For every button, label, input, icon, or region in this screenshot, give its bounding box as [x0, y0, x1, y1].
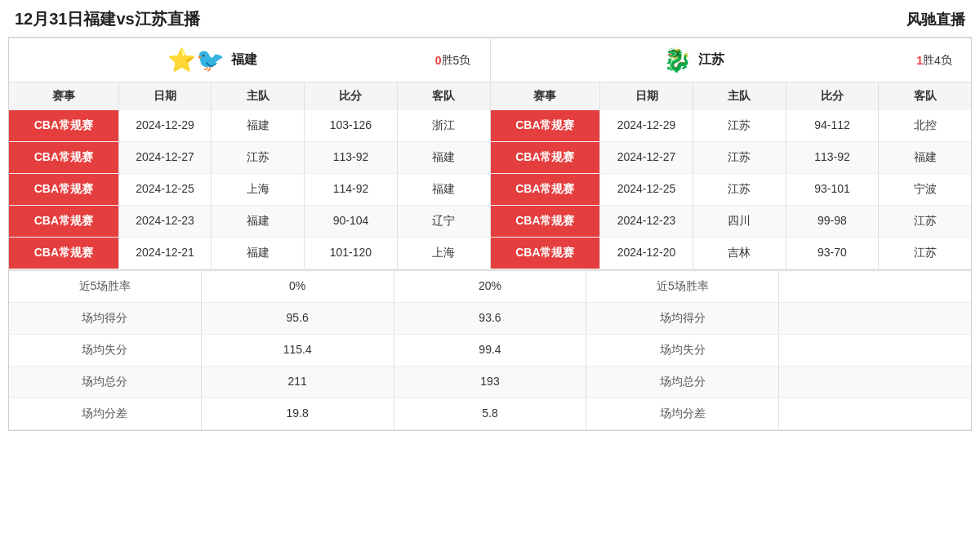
fujian-row-2: CBA常规赛 2024-12-25 上海 114-92 福建	[9, 174, 491, 205]
fujian-date-1: 2024-12-27	[119, 142, 212, 173]
fujian-date-2: 2024-12-25	[119, 174, 212, 205]
fujian-avg-diff-label: 场均分差	[9, 398, 202, 429]
fujian-avg-loss-label: 场均失分	[9, 335, 202, 366]
jiangsu-event-0: CBA常规赛	[491, 110, 601, 141]
fujian-home-3: 福建	[212, 206, 305, 237]
jiangsu-name: 江苏	[698, 51, 724, 69]
jiangsu-header: 🐉 江苏 1胜4负	[491, 38, 972, 82]
avg-total-row: 场均总分 211 193 场均总分	[9, 367, 971, 398]
fujian-event-4: CBA常规赛	[9, 238, 119, 269]
table-row: CBA常规赛 2024-12-21 福建 101-120 上海 CBA常规赛 2…	[9, 238, 971, 269]
jiangsu-score-3: 99-98	[786, 206, 880, 237]
jiangsu-row-0: CBA常规赛 2024-12-29 江苏 94-112 北控	[491, 110, 972, 141]
table-row: CBA常规赛 2024-12-23 福建 90-104 辽宁 CBA常规赛 20…	[9, 206, 971, 238]
fujian-away-2: 福建	[398, 174, 490, 205]
jiangsu-row-2: CBA常规赛 2024-12-25 江苏 93-101 宁波	[491, 174, 972, 205]
fujian-avg-score-label: 场均得分	[9, 303, 202, 334]
fujian-avg-total-label: 场均总分	[9, 367, 202, 398]
fujian-score-header: 比分	[305, 82, 398, 110]
fujian-event-header: 赛事	[9, 82, 119, 110]
jiangsu-losses-label: 负	[941, 53, 952, 68]
jiangsu-avg-total-value: 193	[394, 367, 587, 398]
jiangsu-event-4: CBA常规赛	[491, 238, 601, 269]
page-wrapper: 12月31日福建vs江苏直播 风驰直播 ⭐🐦 福建 0胜5负 🐉 江苏	[0, 0, 980, 551]
fujian-event-0: CBA常规赛	[9, 110, 119, 141]
jiangsu-wins: 1	[916, 54, 923, 67]
jiangsu-away-3: 江苏	[879, 206, 971, 237]
jiangsu-score-1: 113-92	[786, 142, 880, 173]
jiangsu-win-rate-label: 近5场胜率	[586, 271, 779, 302]
jiangsu-win-rate-empty	[779, 271, 971, 302]
fujian-away-0: 浙江	[398, 110, 490, 141]
fujian-home-4: 福建	[212, 238, 305, 269]
fujian-win-rate-value: 0%	[202, 271, 394, 302]
avg-diff-row: 场均分差 19.8 5.8 场均分差	[9, 398, 971, 430]
jiangsu-avg-score-value: 93.6	[394, 303, 587, 334]
fujian-avg-total-value: 211	[202, 367, 394, 398]
win-rate-row: 近5场胜率 0% 20% 近5场胜率	[9, 271, 971, 303]
jiangsu-event-2: CBA常规赛	[491, 174, 601, 205]
fujian-home-1: 江苏	[212, 142, 305, 173]
jiangsu-home-3: 四川	[693, 206, 786, 237]
fujian-date-header: 日期	[119, 82, 212, 110]
jiangsu-score-header: 比分	[786, 82, 880, 110]
jiangsu-date-4: 2024-12-20	[600, 238, 693, 269]
jiangsu-date-3: 2024-12-23	[600, 206, 693, 237]
jiangsu-avg-diff-value: 5.8	[394, 398, 587, 429]
jiangsu-team-info: 🐉 江苏	[491, 38, 898, 82]
jiangsu-losses: 4	[934, 54, 941, 67]
jiangsu-away-0: 北控	[879, 110, 971, 141]
avg-score-row: 场均得分 95.6 93.6 场均得分	[9, 303, 971, 335]
fujian-score-2: 114-92	[305, 174, 398, 205]
jiangsu-avg-diff-label: 场均分差	[586, 398, 779, 429]
fujian-date-0: 2024-12-29	[119, 110, 212, 141]
page-title: 12月31日福建vs江苏直播	[15, 8, 200, 30]
table-row: CBA常规赛 2024-12-25 上海 114-92 福建 CBA常规赛 20…	[9, 174, 971, 206]
jiangsu-home-0: 江苏	[693, 110, 786, 141]
jiangsu-avg-score-label: 场均得分	[586, 303, 779, 334]
jiangsu-away-4: 江苏	[879, 238, 971, 269]
jiangsu-away-header: 客队	[879, 82, 971, 110]
fujian-score-0: 103-126	[305, 110, 398, 141]
jiangsu-avg-diff-empty	[779, 398, 971, 429]
fujian-name: 福建	[231, 51, 257, 69]
jiangsu-date-0: 2024-12-29	[600, 110, 693, 141]
jiangsu-wins-label: 胜	[923, 53, 934, 68]
jiangsu-event-1: CBA常规赛	[491, 142, 601, 173]
fujian-win-rate-label: 近5场胜率	[9, 271, 202, 302]
jiangsu-avg-score-empty	[779, 303, 971, 334]
jiangsu-win-rate-value: 20%	[394, 271, 587, 302]
col-headers: 赛事 日期 主队 比分 客队 赛事 日期 主队 比分 客队	[9, 82, 971, 110]
fujian-row-0: CBA常规赛 2024-12-29 福建 103-126 浙江	[9, 110, 491, 141]
fujian-away-header: 客队	[398, 82, 490, 110]
data-rows: CBA常规赛 2024-12-29 福建 103-126 浙江 CBA常规赛 2…	[9, 110, 971, 269]
team-header-row: ⭐🐦 福建 0胜5负 🐉 江苏 1胜4负	[9, 38, 971, 82]
jiangsu-away-2: 宁波	[879, 174, 971, 205]
table-row: CBA常规赛 2024-12-27 江苏 113-92 福建 CBA常规赛 20…	[9, 142, 971, 174]
fujian-avg-score-value: 95.6	[202, 303, 394, 334]
fujian-score-1: 113-92	[305, 142, 398, 173]
jiangsu-date-1: 2024-12-27	[600, 142, 693, 173]
fujian-score-3: 90-104	[305, 206, 398, 237]
main-table: ⭐🐦 福建 0胜5负 🐉 江苏 1胜4负	[8, 37, 972, 431]
jiangsu-record: 1胜4负	[898, 38, 971, 82]
fujian-avg-loss-value: 115.4	[202, 335, 394, 366]
jiangsu-avg-loss-value: 99.4	[394, 335, 587, 366]
fujian-date-3: 2024-12-23	[119, 206, 212, 237]
fujian-away-4: 上海	[398, 238, 490, 269]
fujian-row-4: CBA常规赛 2024-12-21 福建 101-120 上海	[9, 238, 491, 269]
fujian-row-3: CBA常规赛 2024-12-23 福建 90-104 辽宁	[9, 206, 491, 237]
jiangsu-date-header: 日期	[600, 82, 693, 110]
jiangsu-col-headers: 赛事 日期 主队 比分 客队	[491, 82, 972, 110]
stats-section: 近5场胜率 0% 20% 近5场胜率 场均得分 95.6 93.6 场均得分 场…	[9, 269, 971, 430]
jiangsu-avg-loss-empty	[779, 335, 971, 366]
jiangsu-row-3: CBA常规赛 2024-12-23 四川 99-98 江苏	[491, 206, 972, 237]
brand-name: 风驰直播	[906, 10, 965, 29]
fujian-event-2: CBA常规赛	[9, 174, 119, 205]
fujian-date-4: 2024-12-21	[119, 238, 212, 269]
jiangsu-avg-total-empty	[779, 367, 971, 398]
fujian-losses-label: 负	[459, 53, 470, 68]
fujian-icon: ⭐🐦	[167, 47, 225, 73]
fujian-losses: 5	[453, 54, 460, 67]
jiangsu-event-header: 赛事	[491, 82, 601, 110]
